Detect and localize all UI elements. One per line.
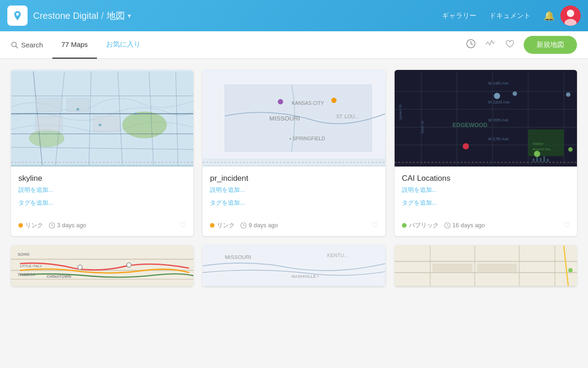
bell-icon[interactable]: 🔔 <box>543 10 555 21</box>
card-tags[interactable]: タグを追加... <box>210 199 378 207</box>
svg-point-62 <box>568 147 573 152</box>
card-footer-cai: パブリック 16 days ago ♡ <box>395 217 577 236</box>
search-button[interactable]: Search <box>11 41 52 49</box>
clock-icon <box>444 222 451 229</box>
svg-text:W 20th Ave: W 20th Ave <box>488 118 509 122</box>
svg-rect-64 <box>536 157 538 162</box>
map-thumb-cai: W 24th Ave W 22nd Ave W 20th Ave W 17th … <box>395 70 577 167</box>
svg-text:KANSAS CITY: KANSAS CITY <box>292 100 324 106</box>
time-info: 3 days ago <box>49 222 86 229</box>
status-label: リンク <box>25 221 43 230</box>
page-dropdown-icon[interactable]: ▾ <box>128 12 131 19</box>
org-name: Crestone Digital <box>33 11 98 21</box>
svg-point-77 <box>78 265 82 270</box>
new-map-button[interactable]: 新規地図 <box>524 36 577 54</box>
svg-point-8 <box>122 111 167 138</box>
favorite-button[interactable]: ♡ <box>563 221 570 230</box>
card-title: skyline <box>18 174 186 183</box>
map-thumb-street <box>395 245 577 287</box>
favorite-button[interactable]: ♡ <box>180 221 186 230</box>
svg-point-9 <box>29 129 65 147</box>
toolbar: Search 77 Maps お気に入り 新規地図 <box>0 31 588 59</box>
tab-favorites[interactable]: お気に入り <box>97 31 150 59</box>
svg-point-60 <box>463 143 469 150</box>
map-card-skyline[interactable]: skyline 説明を追加... タグを追加... リンク 3 days ago… <box>11 70 193 236</box>
svg-rect-66 <box>543 156 545 162</box>
map-thumb-skyline <box>11 70 193 167</box>
card-tags[interactable]: タグを追加... <box>18 199 186 207</box>
svg-point-58 <box>512 92 517 96</box>
svg-text:W 24th Ave: W 24th Ave <box>488 81 509 86</box>
status-dot <box>402 223 407 228</box>
svg-rect-23 <box>93 116 120 132</box>
svg-rect-20 <box>35 98 62 111</box>
svg-point-25 <box>99 124 102 126</box>
card-desc[interactable]: 説明を追加... <box>18 186 186 194</box>
card-title: pr_incident <box>210 174 378 183</box>
svg-point-26 <box>135 113 137 115</box>
svg-point-0 <box>16 13 19 16</box>
svg-text:W 22nd Ave: W 22nd Ave <box>488 100 509 104</box>
card-body-cai: CAI Locations 説明を追加... タグを追加... <box>395 167 577 217</box>
map-thumb-nyc: SOHO LITTLE ITALY TRIBECA CHINATOWN <box>11 245 193 287</box>
map-card-cai[interactable]: W 24th Ave W 22nd Ave W 20th Ave W 17th … <box>395 70 577 236</box>
page-name: 地図 <box>107 10 125 22</box>
svg-point-33 <box>278 99 283 104</box>
card-body-pr: pr_incident 説明を追加... タグを追加... <box>203 167 385 217</box>
header-nav: ギャラリー ドキュメント 🔔 <box>442 10 555 21</box>
map-thumb-pr: MISSOURI ST. LOU... KANSAS CITY • SPRING… <box>203 70 385 167</box>
search-icon <box>11 41 18 49</box>
svg-text:KENTU...: KENTU... <box>328 253 348 258</box>
svg-text:EDGEWOOD: EDGEWOOD <box>452 122 487 128</box>
card-footer-pr: リンク 9 days ago ♡ <box>203 217 385 236</box>
svg-text:LITTLE ITALY: LITTLE ITALY <box>20 264 42 268</box>
svg-rect-63 <box>532 158 534 162</box>
heart-icon[interactable] <box>504 39 514 51</box>
history-icon[interactable] <box>466 39 476 51</box>
header-title: Crestone Digital / 地図 ▾ <box>33 10 436 22</box>
favorite-button[interactable]: ♡ <box>372 221 378 230</box>
svg-point-57 <box>494 93 500 99</box>
activity-icon[interactable] <box>485 39 495 51</box>
svg-rect-67 <box>547 159 548 162</box>
svg-text:TRIBECA: TRIBECA <box>18 272 36 277</box>
svg-text:ST. LOU...: ST. LOU... <box>336 114 359 119</box>
toolbar-icons <box>466 39 514 51</box>
tab-maps[interactable]: 77 Maps <box>52 31 97 59</box>
svg-text:W 17th Ave: W 17th Ave <box>488 137 509 141</box>
svg-text:Walker: Walker <box>532 142 543 146</box>
time-info: 9 days ago <box>240 222 278 229</box>
svg-rect-79 <box>203 246 385 286</box>
map-card-missouri2[interactable]: MISSOURI KENTU... NASHVILLE • <box>203 245 385 287</box>
svg-rect-65 <box>540 158 542 162</box>
card-desc[interactable]: 説明を追加... <box>210 186 378 194</box>
svg-text:Upham St: Upham St <box>398 104 402 121</box>
thumb-overlay <box>203 162 385 163</box>
logo[interactable] <box>7 6 28 26</box>
search-label: Search <box>21 41 43 49</box>
clock-icon <box>49 222 55 229</box>
card-tags[interactable]: タグを追加... <box>402 199 570 207</box>
card-footer-skyline: リンク 3 days ago ♡ <box>11 217 193 236</box>
status-dot <box>210 223 215 228</box>
nav-docs[interactable]: ドキュメント <box>489 12 531 20</box>
svg-rect-90 <box>432 264 472 271</box>
tab-bar: 77 Maps お気に入り <box>52 31 466 59</box>
card-desc[interactable]: 説明を追加... <box>402 186 570 194</box>
map-thumb-missouri2: MISSOURI KENTU... NASHVILLE • <box>203 245 385 287</box>
map-card-nyc[interactable]: SOHO LITTLE ITALY TRIBECA CHINATOWN <box>11 245 193 287</box>
map-grid: skyline 説明を追加... タグを追加... リンク 3 days ago… <box>0 59 588 298</box>
svg-point-2 <box>567 10 574 17</box>
card-title: CAI Locations <box>402 174 570 183</box>
svg-text:Teller St: Teller St <box>420 121 424 134</box>
svg-text:SOHO: SOHO <box>18 252 30 257</box>
nav-gallery[interactable]: ギャラリー <box>442 12 476 20</box>
status-label: リンク <box>217 221 235 230</box>
status-dot <box>18 223 23 228</box>
map-card-street[interactable] <box>395 245 577 287</box>
svg-text:CHINATOWN: CHINATOWN <box>47 274 71 279</box>
svg-text:NASHVILLE •: NASHVILLE • <box>292 274 319 279</box>
user-avatar[interactable] <box>560 6 581 26</box>
svg-line-5 <box>16 46 18 48</box>
map-card-pr-incident[interactable]: MISSOURI ST. LOU... KANSAS CITY • SPRING… <box>203 70 385 236</box>
